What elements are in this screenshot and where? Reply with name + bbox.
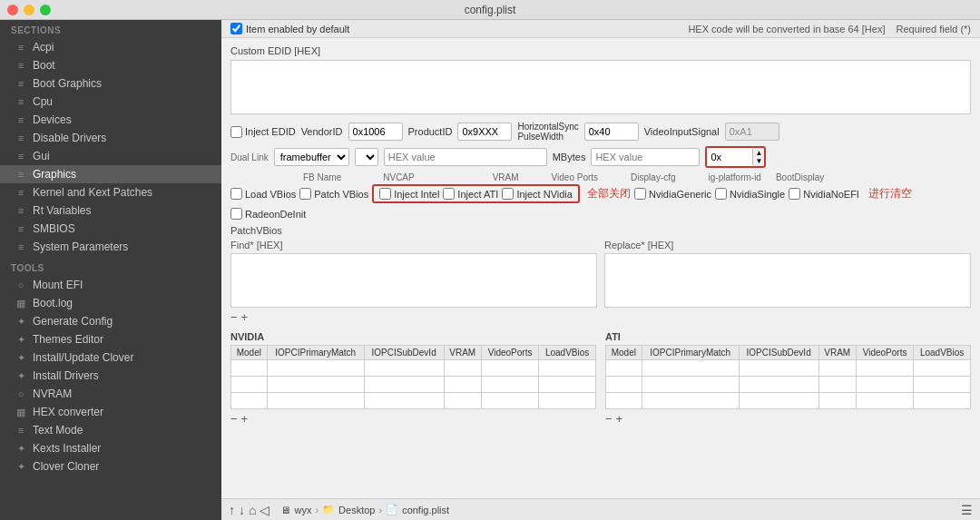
- home-icon[interactable]: ⌂: [249, 503, 256, 517]
- inject-edid-checkbox-label[interactable]: Inject EDID: [230, 126, 296, 138]
- fb-select[interactable]: [355, 148, 378, 166]
- inject-ati-label[interactable]: Inject ATI: [443, 188, 498, 200]
- sidebar-item-themes-editor[interactable]: ✦ Themes Editor: [0, 330, 221, 348]
- spinner-input[interactable]: [707, 148, 752, 166]
- main-layout: SECTIONS ≡ Acpi ≡ Boot ≡ Boot Graphics ≡…: [0, 20, 980, 520]
- menu-icon[interactable]: ☰: [961, 503, 973, 517]
- scroll-content: Custom EDID [HEX] Inject EDID VendorID P…: [221, 38, 980, 498]
- nvidia-no-efi-checkbox[interactable]: [789, 188, 800, 200]
- nvidia-generic-label[interactable]: NvidiaGeneric: [634, 188, 711, 200]
- inject-nvidia-checkbox[interactable]: [502, 188, 514, 200]
- share-icon[interactable]: ◁: [260, 503, 270, 517]
- sidebar-item-acpi[interactable]: ≡ Acpi: [0, 38, 221, 56]
- product-id-input[interactable]: [457, 123, 512, 141]
- load-vbios-label[interactable]: Load VBios: [230, 188, 296, 200]
- close-button[interactable]: [7, 5, 18, 15]
- replace-hex-area[interactable]: [604, 253, 971, 308]
- sidebar-item-hex-converter[interactable]: ▦ HEX converter: [0, 403, 221, 421]
- radeon-deinit-label[interactable]: RadeonDeInit: [230, 208, 306, 220]
- sidebar-item-kexts-installer[interactable]: ✦ Kexts Installer: [0, 439, 221, 457]
- statusbar: ↑ ↓ ⌂ ◁ 🖥 wyx › 📁 Desktop › 📄 config.pli…: [221, 498, 980, 520]
- vendor-id-input[interactable]: [348, 123, 403, 141]
- sidebar-item-nvram[interactable]: ○ NVRAM: [0, 385, 221, 403]
- inject-edid-checkbox[interactable]: [230, 126, 242, 138]
- ig-platform-spinner[interactable]: ▲ ▼: [705, 146, 766, 168]
- sidebar-item-boot-log[interactable]: ▦ Boot.log: [0, 294, 221, 312]
- sidebar-item-disable-drivers[interactable]: ≡ Disable Drivers: [0, 129, 221, 147]
- patch-minus-button[interactable]: −: [230, 310, 238, 324]
- nvidia-generic-checkbox[interactable]: [634, 188, 646, 200]
- replace-hex-header: Replace* [HEX]: [604, 240, 971, 250]
- download-icon: ✦: [15, 352, 27, 364]
- nvidia-title: NVIDIA: [230, 331, 596, 342]
- nvidia-single-checkbox[interactable]: [715, 188, 727, 200]
- nvcap-labels-row: FB Name NVCAP VRAM Video Ports Display-c…: [230, 172, 971, 182]
- product-id-label: ProductID: [408, 126, 453, 137]
- sidebar-item-label: System Parameters: [33, 240, 128, 253]
- minimize-button[interactable]: [24, 5, 34, 15]
- maximize-button[interactable]: [40, 5, 51, 15]
- radeon-deinit-row: RadeonDeInit: [230, 208, 971, 220]
- sidebar-item-generate-config[interactable]: ✦ Generate Config: [0, 312, 221, 330]
- inject-intel-label[interactable]: Inject Intel: [379, 188, 439, 200]
- sidebar-item-graphics[interactable]: ≡ Graphics: [0, 165, 221, 183]
- sidebar-item-label: Boot: [33, 59, 55, 72]
- sidebar-item-install-update-clover[interactable]: ✦ Install/Update Clover: [0, 348, 221, 367]
- inject-ati-checkbox[interactable]: [443, 188, 455, 200]
- sidebar-item-label: Boot Graphics: [33, 77, 102, 90]
- inject-intel-checkbox[interactable]: [379, 188, 391, 200]
- breadcrumb-sep2: ›: [378, 505, 382, 515]
- sidebar-item-boot[interactable]: ≡ Boot: [0, 56, 221, 74]
- sidebar-item-install-drivers[interactable]: ✦ Install Drivers: [0, 367, 221, 385]
- hex-value2-input[interactable]: [591, 148, 700, 166]
- ati-section: ATI Model IOPCIPrimaryMatch IOPCISubDevI…: [605, 331, 971, 426]
- sidebar-item-text-mode[interactable]: ≡ Text Mode: [0, 421, 221, 439]
- patch-plus-button[interactable]: +: [241, 310, 249, 324]
- nvidia-plus-button[interactable]: +: [241, 412, 249, 426]
- nvidia-no-efi-label[interactable]: NvidiaNoEFI: [789, 188, 859, 200]
- nvram-icon: ○: [15, 388, 27, 399]
- spinner-down[interactable]: ▼: [753, 157, 764, 165]
- video-ports-header: Video Ports: [552, 172, 599, 182]
- nvidia-minus-button[interactable]: −: [230, 412, 238, 426]
- sidebar-item-label: Clover Cloner: [33, 460, 99, 473]
- hex-value-input[interactable]: [384, 148, 547, 166]
- sidebar-item-mount-efi[interactable]: ○ Mount EFI: [0, 276, 221, 294]
- ati-title: ATI: [605, 331, 971, 342]
- nvidia-col-model: Model: [231, 346, 268, 360]
- patch-vbios-checkbox[interactable]: [299, 188, 311, 200]
- nvcap-header: NVCAP: [383, 172, 414, 182]
- ati-minus-button[interactable]: −: [605, 412, 612, 426]
- custom-edid-label: Custom EDID [HEX]: [230, 45, 971, 56]
- patch-vbios-label[interactable]: Patch VBios: [299, 188, 368, 200]
- fb-name-row: Dual Link framebuffer MBytes ▲ ▼: [230, 146, 971, 168]
- dual-link-select[interactable]: framebuffer: [274, 148, 349, 166]
- sidebar-item-clover-cloner[interactable]: ✦ Clover Cloner: [0, 457, 221, 476]
- sidebar-item-kernel-kext[interactable]: ≡ Kernel and Kext Patches: [0, 183, 221, 201]
- inject-nvidia-label[interactable]: Inject NVidia: [502, 188, 573, 200]
- ati-plus-button[interactable]: +: [616, 412, 623, 426]
- custom-edid-box[interactable]: [230, 60, 971, 114]
- sidebar-item-devices[interactable]: ≡ Devices: [0, 111, 221, 129]
- sidebar-item-rt-variables[interactable]: ≡ Rt Variables: [0, 201, 221, 220]
- mbytes-label: MBytes: [553, 152, 586, 162]
- nvidia-single-label[interactable]: NvidiaSingle: [715, 188, 785, 200]
- sidebar-item-cpu[interactable]: ≡ Cpu: [0, 93, 221, 111]
- sidebar-item-gui[interactable]: ≡ Gui: [0, 147, 221, 165]
- load-vbios-checkbox[interactable]: [230, 188, 242, 200]
- radeon-deinit-checkbox[interactable]: [230, 208, 242, 220]
- sidebar-item-smbios[interactable]: ≡ SMBIOS: [0, 220, 221, 238]
- upload-icon[interactable]: ↑: [229, 503, 235, 517]
- nvidia-table: Model IOPCIPrimaryMatch IOPCISubDevId VR…: [230, 345, 596, 409]
- list-icon: ≡: [15, 223, 27, 234]
- video-input-value[interactable]: [725, 123, 779, 141]
- spinner-up[interactable]: ▲: [753, 149, 764, 157]
- nvidia-section: NVIDIA Model IOPCIPrimaryMatch IOPCISubD…: [230, 331, 596, 426]
- download-icon[interactable]: ↓: [239, 503, 245, 517]
- hsync-input[interactable]: [584, 123, 639, 141]
- find-hex-area[interactable]: [230, 253, 597, 308]
- default-enabled-checkbox[interactable]: [230, 23, 242, 34]
- spinner-buttons: ▲ ▼: [752, 149, 764, 165]
- sidebar-item-system-params[interactable]: ≡ System Parameters: [0, 238, 221, 256]
- sidebar-item-boot-graphics[interactable]: ≡ Boot Graphics: [0, 74, 221, 93]
